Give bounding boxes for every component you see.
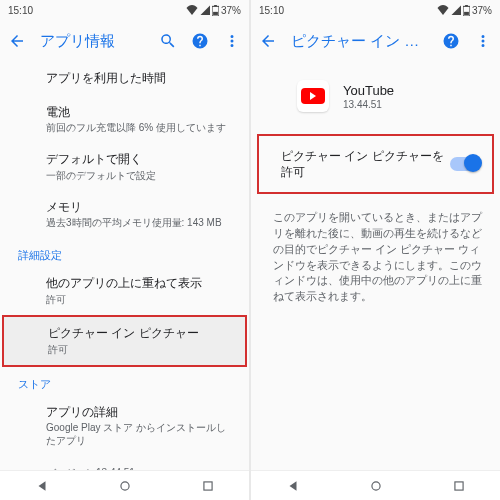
- page-title: ピクチャー イン ピク…: [291, 32, 428, 51]
- status-right: 37%: [186, 5, 241, 16]
- nav-home-icon[interactable]: [118, 479, 132, 493]
- app-header: YouTube 13.44.51: [251, 62, 500, 130]
- youtube-icon: [297, 80, 329, 112]
- row-memory[interactable]: メモリ過去3時間の平均メモリ使用量: 143 MB: [0, 191, 249, 239]
- phone-right: 15:10 37% ピクチャー イン ピク… YouTube 13.44.51 …: [251, 0, 500, 500]
- section-store: ストア: [0, 367, 249, 396]
- status-time: 15:10: [259, 5, 284, 16]
- pip-content[interactable]: YouTube 13.44.51 ピクチャー イン ピクチャーを許可 このアプリ…: [251, 62, 500, 470]
- nav-back-icon[interactable]: [35, 479, 49, 493]
- nav-bar: [251, 470, 500, 500]
- more-icon[interactable]: [223, 32, 241, 50]
- row-default-open[interactable]: デフォルトで開く一部のデフォルトで設定: [0, 143, 249, 191]
- nav-recent-icon[interactable]: [201, 479, 215, 493]
- status-battery: 37%: [472, 5, 492, 16]
- toggle-switch[interactable]: [450, 157, 480, 171]
- status-bar: 15:10 37%: [251, 0, 500, 20]
- phone-left: 15:10 37% アプリ情報 アプリを利用した時間 電池前回のフル充電以降 6…: [0, 0, 249, 500]
- row-app-details[interactable]: アプリの詳細Google Play ストア からインストールしたアプリ: [0, 396, 249, 457]
- settings-content[interactable]: アプリを利用した時間 電池前回のフル充電以降 6% 使用しています デフォルトで…: [0, 62, 249, 470]
- nav-recent-icon[interactable]: [452, 479, 466, 493]
- more-icon[interactable]: [474, 32, 492, 50]
- wifi-icon: [437, 5, 449, 15]
- svg-rect-4: [203, 481, 211, 489]
- nav-back-icon[interactable]: [286, 479, 300, 493]
- row-usage[interactable]: アプリを利用した時間: [0, 62, 249, 96]
- search-icon[interactable]: [159, 32, 177, 50]
- row-version: バージョン13.44.51: [0, 456, 249, 470]
- page-title: アプリ情報: [40, 32, 145, 51]
- svg-point-8: [371, 481, 379, 489]
- signal-icon: [451, 5, 461, 15]
- svg-rect-6: [465, 5, 468, 6]
- row-pip[interactable]: ピクチャー イン ピクチャー許可: [4, 317, 245, 365]
- back-icon[interactable]: [259, 32, 277, 50]
- status-battery: 37%: [221, 5, 241, 16]
- highlight-pip: ピクチャー イン ピクチャー許可: [2, 315, 247, 367]
- battery-icon: [463, 5, 470, 16]
- help-icon[interactable]: [191, 32, 209, 50]
- help-icon[interactable]: [442, 32, 460, 50]
- back-icon[interactable]: [8, 32, 26, 50]
- app-bar: ピクチャー イン ピク…: [251, 20, 500, 62]
- battery-icon: [212, 5, 219, 16]
- svg-rect-1: [214, 5, 217, 6]
- nav-bar: [0, 470, 249, 500]
- status-right: 37%: [437, 5, 492, 16]
- row-overlay[interactable]: 他のアプリの上に重ねて表示許可: [0, 267, 249, 315]
- pip-description: このアプリを開いているとき、またはアプリを離れた後に、動画の再生を続けるなどの目…: [251, 198, 500, 317]
- status-time: 15:10: [8, 5, 33, 16]
- pip-toggle-row[interactable]: ピクチャー イン ピクチャーを許可: [257, 134, 494, 194]
- app-name: YouTube: [343, 83, 394, 98]
- status-bar: 15:10 37%: [0, 0, 249, 20]
- app-version: 13.44.51: [343, 99, 394, 110]
- pip-toggle-label: ピクチャー イン ピクチャーを許可: [281, 148, 450, 180]
- nav-home-icon[interactable]: [369, 479, 383, 493]
- svg-rect-9: [454, 481, 462, 489]
- signal-icon: [200, 5, 210, 15]
- wifi-icon: [186, 5, 198, 15]
- row-battery[interactable]: 電池前回のフル充電以降 6% 使用しています: [0, 96, 249, 144]
- svg-rect-2: [213, 11, 218, 14]
- svg-point-3: [120, 481, 128, 489]
- app-bar: アプリ情報: [0, 20, 249, 62]
- svg-rect-7: [464, 11, 469, 14]
- section-advanced: 詳細設定: [0, 238, 249, 267]
